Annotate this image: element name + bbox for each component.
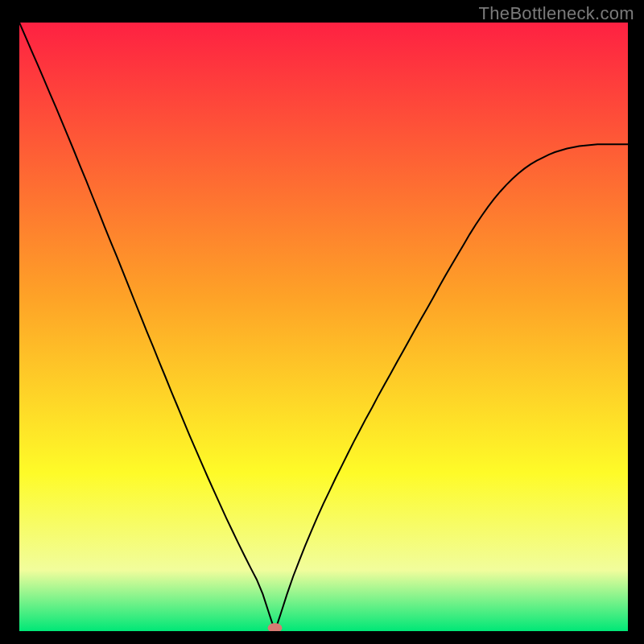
chart-canvas: TheBottleneck.com (0, 0, 644, 644)
watermark-text: TheBottleneck.com (479, 3, 634, 24)
minimum-marker (268, 623, 283, 631)
bottom-frame (19, 631, 628, 644)
bottleneck-curve (19, 23, 628, 631)
plot-area (19, 23, 628, 631)
plot-curve-layer (19, 23, 628, 631)
